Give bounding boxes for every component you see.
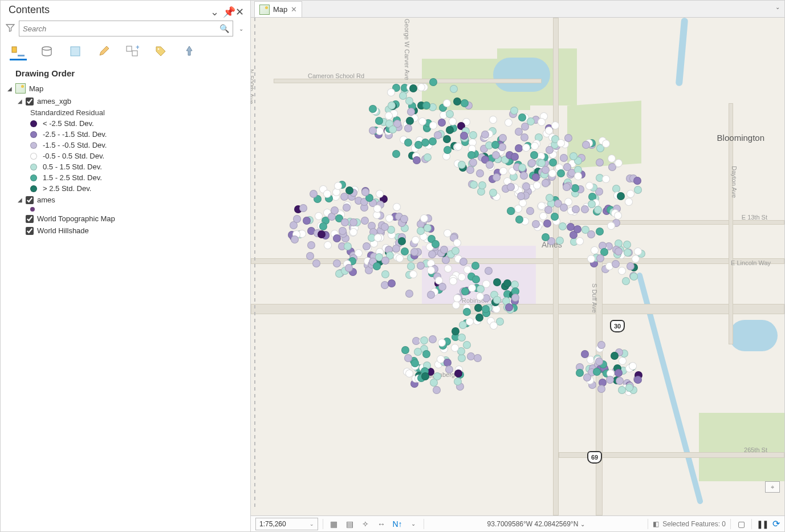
data-point[interactable] (333, 259, 341, 267)
scale-input[interactable]: 1:75,260 ⌄ (255, 518, 318, 530)
data-point[interactable] (323, 190, 331, 198)
data-point[interactable] (510, 107, 518, 115)
data-point[interactable] (482, 305, 490, 313)
data-point[interactable] (588, 200, 596, 208)
data-point[interactable] (453, 294, 461, 302)
data-point[interactable] (587, 356, 595, 364)
chevron-down-icon[interactable]: ⌄ (310, 521, 314, 527)
data-point[interactable] (453, 98, 461, 105)
data-point[interactable] (485, 267, 493, 275)
data-point[interactable] (427, 291, 435, 299)
data-point[interactable] (490, 322, 498, 330)
data-point[interactable] (324, 241, 332, 249)
data-point[interactable] (388, 101, 396, 109)
data-point[interactable] (449, 117, 457, 125)
catalog-icon[interactable]: ▢ (735, 519, 747, 529)
data-point[interactable] (486, 161, 494, 169)
data-point[interactable] (373, 262, 381, 270)
data-point[interactable] (401, 346, 409, 354)
data-point[interactable] (615, 369, 623, 377)
data-point[interactable] (443, 135, 451, 143)
data-point[interactable] (612, 260, 620, 268)
data-point[interactable] (299, 204, 307, 212)
list-by-editing-button[interactable] (95, 43, 112, 60)
data-point[interactable] (387, 88, 395, 96)
tab-menu-icon[interactable]: ⌄ (775, 4, 780, 10)
data-point[interactable] (454, 377, 462, 385)
data-point[interactable] (522, 144, 530, 152)
data-point[interactable] (618, 386, 626, 394)
collapse-icon[interactable]: ◢ (7, 86, 13, 92)
search-dropdown-icon[interactable]: ⌄ (237, 26, 246, 32)
data-point[interactable] (409, 84, 417, 92)
data-point[interactable] (454, 369, 462, 377)
layer-row-hillshade[interactable]: ◢ World Hillshade (5, 225, 246, 237)
data-point[interactable] (533, 181, 541, 189)
data-point[interactable] (388, 279, 396, 287)
data-point[interactable] (507, 183, 515, 191)
layer-row-ames[interactable]: ◢ ames (5, 194, 246, 206)
data-point[interactable] (381, 223, 389, 231)
data-point[interactable] (376, 190, 384, 198)
data-point[interactable] (349, 218, 357, 226)
data-point[interactable] (574, 172, 582, 180)
data-point[interactable] (427, 266, 435, 274)
data-point[interactable] (491, 141, 499, 149)
data-point[interactable] (471, 262, 479, 270)
data-point[interactable] (520, 172, 528, 180)
data-point[interactable] (587, 255, 595, 263)
data-point[interactable] (443, 99, 451, 107)
data-point[interactable] (429, 335, 437, 343)
data-point[interactable] (404, 354, 412, 362)
data-point[interactable] (474, 354, 482, 362)
data-point[interactable] (452, 327, 459, 335)
data-point[interactable] (505, 303, 513, 311)
data-point[interactable] (634, 376, 642, 384)
data-point[interactable] (629, 362, 637, 370)
snapping-indicator-icon[interactable]: ⌖ (765, 481, 780, 493)
data-point[interactable] (392, 150, 400, 158)
data-point[interactable] (420, 214, 428, 222)
data-point[interactable] (375, 117, 383, 125)
data-point[interactable] (446, 110, 454, 118)
data-point[interactable] (385, 214, 393, 222)
data-point[interactable] (461, 99, 469, 107)
data-point[interactable] (438, 119, 446, 127)
data-point[interactable] (538, 159, 546, 167)
data-point[interactable] (563, 163, 571, 171)
data-point[interactable] (343, 204, 351, 212)
data-point[interactable] (498, 143, 506, 151)
search-input[interactable] (23, 25, 219, 33)
data-point[interactable] (389, 125, 397, 133)
data-point[interactable] (538, 202, 546, 210)
data-point[interactable] (542, 233, 550, 241)
data-point[interactable] (563, 183, 571, 191)
data-point[interactable] (445, 366, 453, 373)
search-icon[interactable]: 🔍 (219, 24, 229, 33)
data-point[interactable] (407, 262, 415, 270)
data-point[interactable] (361, 188, 369, 196)
data-point[interactable] (469, 159, 477, 166)
data-point[interactable] (409, 270, 417, 278)
data-point[interactable] (458, 354, 466, 362)
data-point[interactable] (475, 314, 483, 322)
data-point[interactable] (542, 179, 550, 187)
data-point[interactable] (572, 205, 580, 213)
data-point[interactable] (345, 186, 353, 194)
data-point[interactable] (410, 248, 418, 256)
data-point[interactable] (615, 247, 623, 255)
data-point[interactable] (606, 376, 614, 384)
data-point[interactable] (582, 141, 590, 149)
data-point[interactable] (463, 341, 471, 349)
data-point[interactable] (404, 124, 412, 132)
layer-row-ames-xgb[interactable]: ◢ ames_xgb (5, 95, 246, 107)
data-point[interactable] (596, 228, 604, 235)
search-box[interactable]: 🔍 (19, 21, 233, 36)
data-point[interactable] (466, 318, 474, 326)
data-point[interactable] (507, 207, 515, 215)
data-point[interactable] (560, 154, 568, 162)
data-point[interactable] (474, 304, 482, 312)
data-point[interactable] (451, 344, 459, 352)
data-point[interactable] (429, 137, 437, 145)
data-point[interactable] (517, 192, 525, 200)
